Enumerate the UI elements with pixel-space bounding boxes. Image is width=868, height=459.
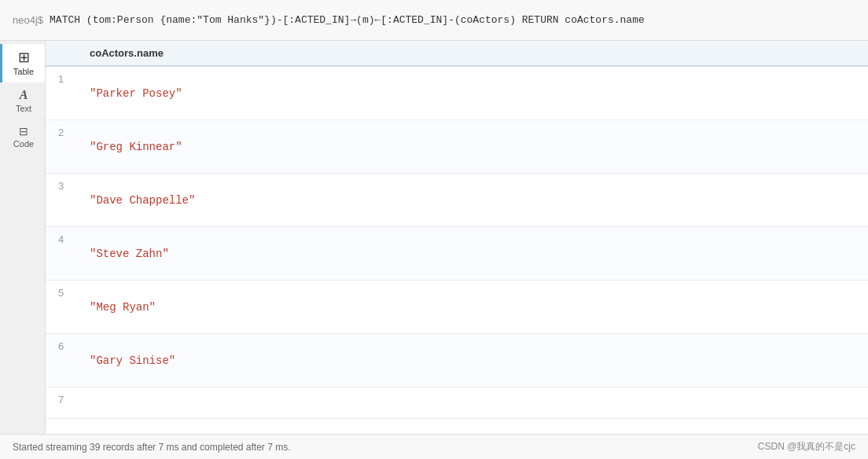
query-prompt: neo4j$ [13, 14, 43, 26]
row-value-6: "Gary Sinise" [90, 354, 175, 367]
row-number-3: 3 [58, 174, 90, 192]
table-row: 1 "Parker Posey" [46, 67, 868, 120]
sidebar-label-text: Text [16, 104, 31, 113]
table-icon: ⊞ [18, 50, 30, 64]
row-value-2: "Greg Kinnear" [90, 141, 182, 153]
row-number-2: 2 [58, 120, 90, 138]
column-header: coActors.name [90, 47, 164, 59]
sidebar: ⊞ Table A Text ⊟ Code [0, 41, 46, 434]
main-area: ⊞ Table A Text ⊟ Code coActors.name 1 "P… [0, 41, 868, 434]
row-number-7: 7 [58, 387, 90, 406]
table-body: 1 "Parker Posey" 2 "Greg Kinnear" 3 "Dav… [46, 67, 868, 434]
query-text: MATCH (tom:Person {name:"Tom Hanks"})-[:… [50, 14, 645, 26]
status-text: Started streaming 39 records after 7 ms … [13, 442, 291, 453]
table-row: 4 "Steve Zahn" [46, 227, 868, 281]
table-row: 2 "Greg Kinnear" [46, 120, 868, 174]
row-number-5: 5 [58, 281, 90, 299]
row-value-3: "Dave Chappelle" [90, 194, 195, 207]
table-row: 3 "Dave Chappelle" [46, 174, 868, 227]
results-panel: coActors.name 1 "Parker Posey" 2 "Greg K… [46, 41, 868, 434]
status-brand: CSDN @我真的不是cjc [758, 440, 855, 453]
table-row: 7 [46, 387, 868, 419]
row-number-6: 6 [58, 334, 90, 352]
code-icon: ⊟ [19, 126, 28, 137]
row-number-1: 1 [58, 67, 90, 85]
status-bar: Started streaming 39 records after 7 ms … [0, 434, 868, 459]
row-value-1: "Parker Posey" [90, 87, 182, 100]
row-number-4: 4 [58, 227, 90, 245]
table-row: 6 "Gary Sinise" [46, 334, 868, 387]
sidebar-item-code[interactable]: ⊟ Code [0, 119, 45, 155]
sidebar-label-table: Table [13, 67, 34, 76]
row-value-5: "Meg Ryan" [90, 301, 156, 314]
table-row: 5 "Meg Ryan" [46, 281, 868, 334]
sidebar-item-table[interactable]: ⊞ Table [0, 44, 45, 83]
sidebar-item-text[interactable]: A Text [0, 83, 45, 119]
query-bar: neo4j$ MATCH (tom:Person {name:"Tom Hank… [0, 0, 868, 41]
text-icon: A [20, 89, 28, 101]
row-value-4: "Steve Zahn" [90, 248, 169, 260]
sidebar-label-code: Code [13, 139, 34, 149]
table-header: coActors.name [46, 41, 868, 67]
